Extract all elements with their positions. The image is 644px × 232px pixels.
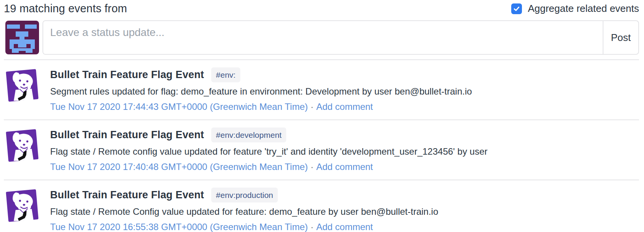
topbar: 19 matching events from Aggregate relate… (4, 2, 639, 20)
user-identicon-avatar (5, 21, 39, 54)
datadog-logo-icon (4, 187, 41, 224)
event-description: Segment rules updated for flag: demo_fea… (50, 85, 472, 98)
event-title: Bullet Train Feature Flag Event (50, 129, 204, 141)
aggregate-checkbox[interactable] (511, 3, 522, 14)
event-meta: Tue Nov 17 2020 17:40:48 GMT+0000 (Green… (50, 161, 487, 173)
event-title-row: Bullet Train Feature Flag Event #env: (50, 67, 472, 82)
meta-separator: · (310, 162, 313, 172)
event-title-row: Bullet Train Feature Flag Event #env:pro… (50, 188, 438, 203)
aggregate-checkbox-label[interactable]: Aggregate related events (528, 3, 639, 15)
event-title-row: Bullet Train Feature Flag Event #env:dev… (50, 127, 487, 142)
event-timestamp-link[interactable]: Tue Nov 17 2020 17:44:43 GMT+0000 (Green… (50, 101, 308, 112)
page-title: 19 matching events from (4, 2, 127, 15)
event-meta: Tue Nov 17 2020 16:55:38 GMT+0000 (Green… (50, 221, 438, 232)
event-title: Bullet Train Feature Flag Event (50, 189, 204, 201)
status-update-input[interactable] (43, 21, 603, 54)
meta-separator: · (310, 222, 313, 232)
add-comment-link[interactable]: Add comment (316, 101, 373, 112)
event-row: Bullet Train Feature Flag Event #env:dev… (4, 119, 639, 180)
checkmark-icon (513, 5, 520, 13)
event-row: Bullet Train Feature Flag Event #env: Se… (4, 59, 639, 119)
add-comment-link[interactable]: Add comment (316, 162, 373, 172)
env-tag-badge[interactable]: #env: (211, 67, 240, 82)
status-composer: Post (4, 20, 639, 55)
event-list: Bullet Train Feature Flag Event #env: Se… (4, 59, 639, 232)
add-comment-link[interactable]: Add comment (316, 222, 373, 232)
datadog-logo-icon (4, 67, 41, 104)
event-title: Bullet Train Feature Flag Event (50, 69, 204, 81)
event-body: Bullet Train Feature Flag Event #env: Se… (50, 67, 472, 113)
events-page: 19 matching events from Aggregate relate… (0, 0, 644, 232)
post-button[interactable]: Post (603, 20, 639, 55)
event-body: Bullet Train Feature Flag Event #env:pro… (50, 187, 438, 232)
aggregate-related-events-control[interactable]: Aggregate related events (511, 3, 639, 15)
event-timestamp-link[interactable]: Tue Nov 17 2020 16:55:38 GMT+0000 (Green… (50, 222, 308, 232)
event-timestamp-link[interactable]: Tue Nov 17 2020 17:40:48 GMT+0000 (Green… (50, 162, 308, 172)
event-row: Bullet Train Feature Flag Event #env:pro… (4, 180, 639, 232)
event-body: Bullet Train Feature Flag Event #env:dev… (50, 127, 487, 173)
datadog-logo-icon (4, 127, 41, 164)
pixel-identicon-icon (5, 21, 39, 54)
event-meta: Tue Nov 17 2020 17:44:43 GMT+0000 (Green… (50, 101, 472, 113)
event-description: Flag state / Remote Config value updated… (50, 205, 438, 218)
env-tag-badge[interactable]: #env:development (211, 127, 286, 142)
env-tag-badge[interactable]: #env:production (211, 188, 277, 203)
meta-separator: · (310, 101, 313, 112)
status-update-field-wrapper (42, 20, 603, 55)
event-description: Flag state / Remote config value updated… (50, 145, 487, 158)
